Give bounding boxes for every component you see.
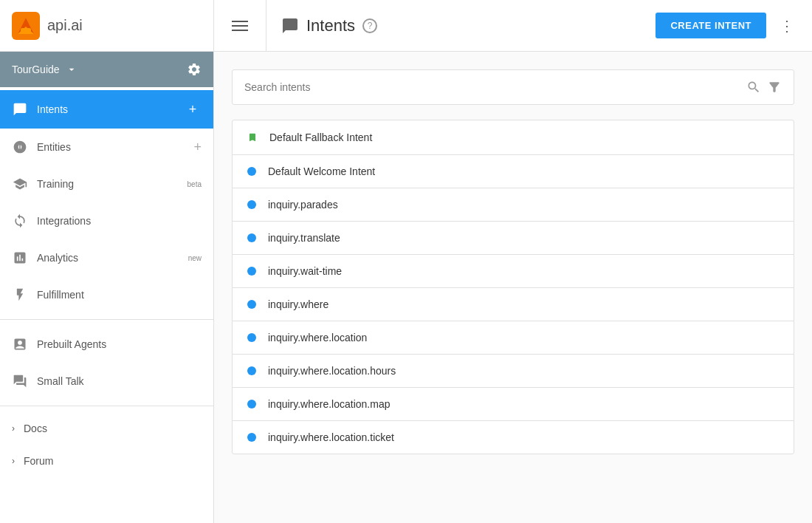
docs-label: Docs (24, 423, 47, 434)
intent-item[interactable]: inquiry.parades (233, 188, 794, 222)
sidebar-item-forum[interactable]: › Forum (0, 445, 213, 477)
intents-icon (12, 101, 28, 117)
entities-icon (12, 139, 28, 155)
topbar-title-area: Intents ? CREATE INTENT ⋮ (266, 0, 794, 51)
intent-item[interactable]: inquiry.where.location.hours (233, 355, 794, 388)
smalltalk-icon (12, 373, 28, 389)
intent-dot (247, 167, 256, 176)
search-bar (232, 69, 794, 105)
intent-dot (247, 267, 256, 276)
nav-divider-1 (0, 319, 213, 320)
more-options-button[interactable]: ⋮ (780, 17, 794, 35)
analytics-icon (12, 250, 28, 266)
intent-name: inquiry.where.location (268, 332, 367, 343)
intent-dot (247, 433, 256, 442)
intent-item[interactable]: Default Fallback Intent (233, 120, 794, 155)
intent-item[interactable]: inquiry.where.location (233, 321, 794, 355)
intent-name: inquiry.where.location.hours (268, 365, 396, 377)
project-name-label: TourGuide (12, 64, 60, 75)
analytics-label: Analytics (37, 252, 185, 264)
menu-line-2 (232, 25, 248, 27)
intent-item[interactable]: inquiry.where.location.ticket (233, 421, 794, 454)
sidebar-item-training[interactable]: Training beta (0, 165, 213, 202)
intent-item[interactable]: inquiry.wait-time (233, 255, 794, 288)
analytics-badge: new (188, 254, 202, 262)
main-content: Intents ? CREATE INTENT ⋮ (214, 0, 812, 523)
intent-item[interactable]: inquiry.where (233, 288, 794, 321)
intent-dot (247, 366, 256, 375)
sidebar-item-analytics[interactable]: Analytics new (0, 239, 213, 276)
training-badge: beta (187, 180, 202, 188)
sidebar-item-smalltalk[interactable]: Small Talk (0, 363, 213, 400)
bookmark-icon (247, 131, 258, 144)
training-label: Training (37, 178, 185, 190)
intent-name: Default Welcome Intent (268, 165, 375, 177)
search-icon[interactable] (746, 80, 761, 95)
entities-add-button[interactable]: + (193, 140, 202, 155)
sidebar: api.ai TourGuide Intents + (0, 0, 214, 523)
search-input[interactable] (244, 81, 746, 93)
entities-label: Entities (37, 141, 193, 153)
menu-line-3 (232, 30, 248, 31)
sidebar-item-integrations[interactable]: Integrations (0, 202, 213, 239)
training-icon (12, 176, 28, 192)
intent-name: inquiry.where.location.ticket (268, 431, 394, 443)
sidebar-item-fulfillment[interactable]: Fulfillment (0, 276, 213, 313)
help-button[interactable]: ? (362, 18, 377, 33)
intent-item[interactable]: Default Welcome Intent (233, 155, 794, 188)
forum-label: Forum (24, 455, 53, 467)
sidebar-item-intents[interactable]: Intents + (0, 90, 213, 129)
intent-dot (247, 200, 256, 209)
intent-name: inquiry.where (268, 298, 328, 310)
intent-dot (247, 300, 256, 309)
filter-icon[interactable] (767, 80, 782, 95)
gear-icon[interactable] (187, 62, 202, 77)
intent-list: Default Fallback Intent Default Welcome … (232, 120, 794, 454)
intent-dot (247, 233, 256, 242)
nav-divider-2 (0, 406, 213, 406)
sidebar-item-docs[interactable]: › Docs (0, 412, 213, 445)
page-title: Intents (306, 16, 355, 35)
topbar: Intents ? CREATE INTENT ⋮ (214, 0, 812, 52)
intent-name: inquiry.where.location.map (268, 398, 390, 410)
menu-line-1 (232, 21, 248, 22)
fulfillment-icon (12, 287, 28, 303)
intent-name: inquiry.parades (268, 199, 338, 211)
search-icons (746, 80, 782, 95)
logo-text: api.ai (47, 17, 83, 34)
forum-expand-icon: › (12, 456, 15, 466)
prebuilt-label: Prebuilt Agents (37, 338, 202, 350)
create-intent-button[interactable]: CREATE INTENT (656, 13, 766, 38)
intent-dot (247, 333, 256, 342)
smalltalk-label: Small Talk (37, 375, 202, 387)
intent-item[interactable]: inquiry.translate (233, 222, 794, 255)
content-area: Default Fallback Intent Default Welcome … (214, 52, 812, 523)
intents-label: Intents (37, 103, 184, 115)
intent-name: inquiry.translate (268, 232, 340, 244)
sidebar-nav: Intents + Entities + (0, 87, 213, 523)
menu-button[interactable] (232, 21, 248, 31)
chevron-down-icon (66, 64, 78, 75)
integrations-icon (12, 213, 28, 229)
intent-dot (247, 400, 256, 409)
sidebar-item-entities[interactable]: Entities + (0, 129, 213, 165)
svg-rect-3 (21, 28, 31, 34)
logo-icon (12, 12, 40, 40)
docs-expand-icon: › (12, 423, 15, 434)
intent-name: inquiry.wait-time (268, 265, 342, 277)
intent-name: Default Fallback Intent (269, 131, 372, 143)
intent-item[interactable]: inquiry.where.location.map (233, 388, 794, 421)
project-name-area: TourGuide (12, 64, 78, 75)
sidebar-item-prebuilt[interactable]: Prebuilt Agents (0, 326, 213, 363)
sidebar-logo: api.ai (0, 0, 213, 52)
intents-header-icon (281, 17, 299, 35)
integrations-label: Integrations (37, 215, 202, 227)
project-row[interactable]: TourGuide (0, 52, 213, 87)
prebuilt-icon (12, 336, 28, 352)
fulfillment-label: Fulfillment (37, 289, 202, 301)
intents-add-button[interactable]: + (184, 100, 202, 118)
